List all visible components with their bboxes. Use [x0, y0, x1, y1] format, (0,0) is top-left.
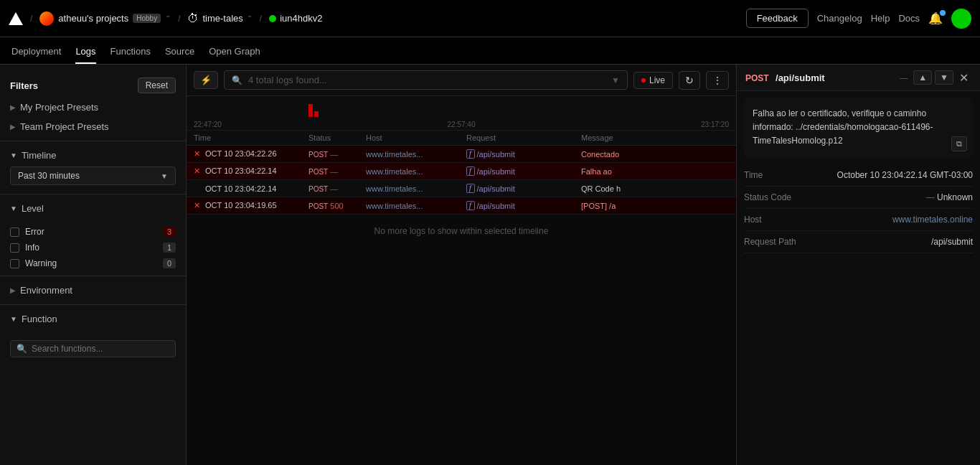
tab-source[interactable]: Source [165, 46, 194, 64]
row2-status: POST — [308, 167, 366, 176]
detail-next-button[interactable]: ▼ [935, 70, 953, 85]
detail-title: POST /api/submit [745, 72, 825, 83]
function-chevron-icon: ▼ [10, 315, 17, 323]
detail-header: POST /api/submit — ▲ ▼ ✕ [737, 65, 980, 91]
timeline-bar [354, 116, 359, 117]
table-row[interactable]: ✕ OCT 10 23:04:19.65 POST 500 www.timeta… [187, 197, 736, 215]
search-dropdown-icon: ▼ [611, 75, 620, 85]
timeline-bar [331, 116, 336, 117]
search-functions-input[interactable] [32, 344, 169, 354]
timeline-bar [349, 116, 353, 117]
live-button[interactable]: Live [633, 72, 673, 89]
topbar: / atheuu's projects Hobby ⌃ / ⏱ time-tal… [0, 0, 980, 37]
live-dot-icon [641, 78, 646, 83]
timeline-bar [308, 104, 313, 117]
sidebar-item-team-project-presets[interactable]: ▶ Team Project Presets [0, 117, 186, 136]
detail-field-host: Host www.timetales.online [744, 209, 973, 231]
request-path-label: Request Path [744, 237, 796, 247]
timeline-bar [343, 116, 347, 117]
timeline-value: Past 30 minutes [18, 171, 80, 181]
detail-field-time: Time October 10 23:04:22.14 GMT-03:00 [744, 164, 973, 187]
row3-message: QR Code h [581, 184, 729, 193]
tab-functions[interactable]: Functions [110, 46, 151, 64]
row1-status: POST — [308, 150, 366, 159]
row2-time: ✕ OCT 10 23:04:22.14 [194, 166, 308, 176]
feedback-button[interactable]: Feedback [746, 9, 809, 28]
detail-field-request-path: Request Path /api/submit [744, 231, 973, 253]
time-field-value: October 10 23:04:22.14 GMT-03:00 [837, 170, 973, 180]
timeline-bar [360, 116, 364, 117]
table-row[interactable]: ✕ OCT 10 23:04:22.26 POST — www.timetale… [187, 146, 736, 163]
timeline-label-center: 22:57:40 [448, 121, 476, 128]
timeline-bar [280, 116, 284, 117]
project-name: atheuu's projects [58, 13, 128, 24]
detail-nav: — ▲ ▼ ✕ [900, 70, 971, 85]
row3-time: OCT 10 23:04:22.14 [194, 184, 308, 193]
copy-message-button[interactable]: ⧉ [951, 136, 967, 151]
my-project-presets-label: My Project Presets [20, 102, 98, 113]
detail-prev-button[interactable]: ▲ [913, 70, 932, 85]
timeline-labels: 22:47:20 22:57:40 23:17:20 [194, 121, 729, 128]
search-placeholder-text: 4 total logs found... [248, 75, 327, 85]
timeline-bar [320, 116, 324, 117]
col-host: Host [366, 133, 466, 142]
error-icon4: ✕ [194, 201, 200, 210]
log-content: ⚡ 🔍 4 total logs found... ▼ Live ↻ ⋮ 22:… [187, 65, 736, 465]
live-label: Live [649, 75, 665, 85]
col-message: Message [581, 133, 729, 142]
deployment-link[interactable]: iun4hdkv2 [269, 13, 322, 24]
timeline-section: ▼ Timeline Past 30 minutes ▼ [0, 146, 186, 189]
divider4 [0, 304, 186, 305]
tab-logs[interactable]: Logs [75, 46, 95, 64]
detail-close-button[interactable]: ✕ [956, 71, 971, 85]
refresh-button[interactable]: ↻ [679, 71, 700, 90]
sidebar-item-environment[interactable]: ▶ Environment [0, 281, 186, 300]
timeline-chart: 22:47:20 22:57:40 23:17:20 [187, 96, 736, 131]
project-selector[interactable]: atheuu's projects Hobby ⌃ [39, 11, 171, 26]
reset-button[interactable]: Reset [138, 78, 176, 93]
row1-func: ƒ /api/submit [466, 149, 581, 159]
error-count: 3 [163, 227, 176, 237]
project2-name: time-tales [202, 13, 242, 24]
changelog-link[interactable]: Changelog [817, 13, 862, 24]
sidebar-item-my-project-presets[interactable]: ▶ My Project Presets [0, 98, 186, 117]
warning-checkbox[interactable] [10, 259, 19, 268]
sep3: / [260, 14, 262, 24]
level-label[interactable]: ▼ Level [10, 203, 176, 214]
timeline-select[interactable]: Past 30 minutes ▼ [10, 166, 176, 185]
row4-func: ƒ /api/submit [466, 201, 581, 210]
main-layout: Filters Reset ▶ My Project Presets ▶ Tea… [0, 65, 980, 465]
timeline-label[interactable]: ▼ Timeline [10, 150, 176, 161]
user-avatar[interactable] [951, 9, 971, 29]
detail-method: POST [745, 73, 769, 83]
timeline-label-left: 22:47:20 [194, 121, 222, 128]
error-icon: ✕ [194, 149, 200, 158]
info-checkbox[interactable] [10, 243, 19, 253]
more-options-button[interactable]: ⋮ [706, 71, 729, 90]
tab-deployment[interactable]: Deployment [11, 46, 61, 64]
bell-wrapper: 🔔 [928, 11, 943, 25]
search-bar[interactable]: 🔍 4 total logs found... ▼ [224, 70, 628, 90]
help-link[interactable]: Help [871, 13, 890, 24]
filters-title: Filters [10, 80, 38, 91]
bell-badge [940, 10, 946, 16]
tab-open-graph[interactable]: Open Graph [209, 46, 260, 64]
table-row[interactable]: OCT 10 23:04:22.14 POST — www.timetales.… [187, 180, 736, 197]
project2-selector[interactable]: ⏱ time-tales ⌃ [187, 12, 252, 25]
table-row[interactable]: ✕ OCT 10 23:04:22.14 POST — www.timetale… [187, 163, 736, 180]
sep2: / [178, 14, 180, 24]
project2-chevron-icon: ⌃ [247, 14, 253, 22]
docs-link[interactable]: Docs [898, 13, 920, 24]
filter-button[interactable]: ⚡ [194, 71, 218, 89]
timeline-bar [234, 116, 238, 117]
function-label[interactable]: ▼ Function [10, 314, 176, 324]
timeline-bar [291, 116, 296, 117]
row1-host: www.timetales... [366, 150, 466, 159]
error-checkbox[interactable] [10, 227, 19, 237]
divider2 [0, 194, 186, 194]
chevron-right-icon2: ▶ [10, 123, 16, 131]
level-text: Level [22, 203, 44, 214]
timeline-chevron-icon: ▼ [10, 151, 17, 159]
no-more-logs-text: No more logs to show within selected tim… [187, 215, 736, 248]
level-error: Error 3 [0, 224, 186, 240]
